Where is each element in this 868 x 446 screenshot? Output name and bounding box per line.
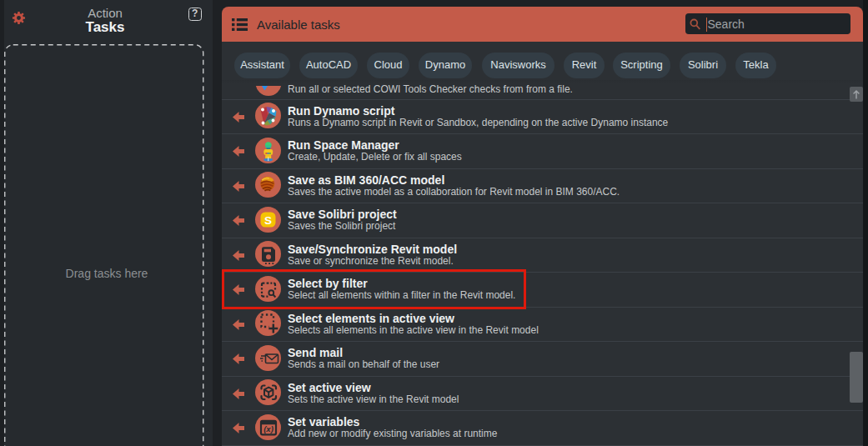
svg-text:S: S <box>264 213 272 226</box>
svg-text:(x): (x) <box>263 423 273 433</box>
